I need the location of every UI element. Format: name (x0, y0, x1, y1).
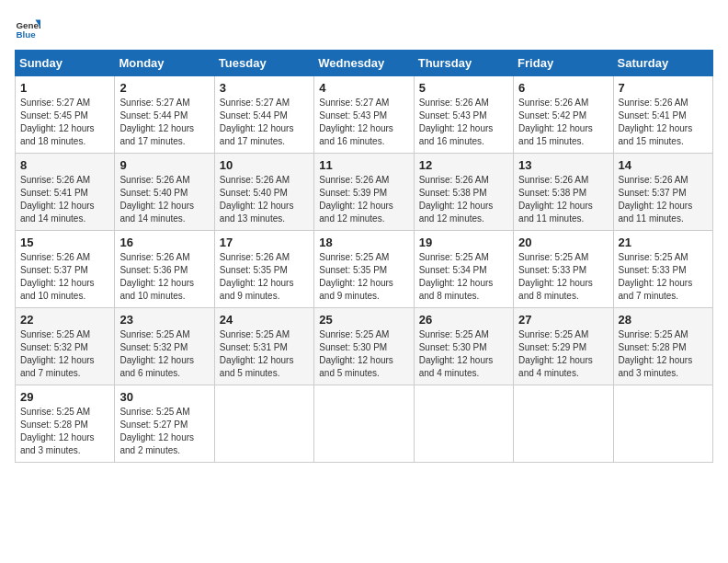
calendar-header-row: SundayMondayTuesdayWednesdayThursdayFrid… (16, 51, 713, 76)
header-wednesday: Wednesday (314, 51, 414, 76)
calendar-week-4: 22 Sunrise: 5:25 AMSunset: 5:32 PMDaylig… (16, 308, 713, 385)
calendar-day-2: 2 Sunrise: 5:27 AMSunset: 5:44 PMDayligh… (115, 76, 214, 154)
day-number: 20 (518, 236, 608, 249)
calendar-day-22: 22 Sunrise: 5:25 AMSunset: 5:32 PMDaylig… (16, 308, 115, 385)
day-number: 12 (419, 158, 508, 172)
day-number: 6 (518, 81, 608, 95)
day-number: 7 (619, 81, 708, 95)
logo: General Blue (15, 15, 45, 40)
calendar-day-17: 17 Sunrise: 5:26 AMSunset: 5:35 PMDaylig… (214, 231, 313, 308)
calendar-table: SundayMondayTuesdayWednesdayThursdayFrid… (15, 50, 713, 463)
calendar-day-14: 14 Sunrise: 5:26 AMSunset: 5:37 PMDaylig… (613, 154, 712, 231)
calendar-day-19: 19 Sunrise: 5:25 AMSunset: 5:34 PMDaylig… (414, 231, 513, 308)
day-info: Sunrise: 5:26 AMSunset: 5:35 PMDaylight:… (220, 252, 294, 301)
calendar-day-25: 25 Sunrise: 5:25 AMSunset: 5:30 PMDaylig… (314, 308, 414, 385)
day-info: Sunrise: 5:26 AMSunset: 5:40 PMDaylight:… (119, 175, 194, 224)
day-number: 8 (20, 158, 109, 172)
calendar-day-21: 21 Sunrise: 5:25 AMSunset: 5:33 PMDaylig… (613, 231, 712, 308)
day-info: Sunrise: 5:26 AMSunset: 5:43 PMDaylight:… (419, 98, 494, 146)
calendar-day-7: 7 Sunrise: 5:26 AMSunset: 5:41 PMDayligh… (613, 76, 712, 154)
day-number: 22 (20, 313, 109, 327)
calendar-day-23: 23 Sunrise: 5:25 AMSunset: 5:32 PMDaylig… (115, 308, 214, 385)
calendar-day-20: 20 Sunrise: 5:25 AMSunset: 5:33 PMDaylig… (514, 231, 613, 308)
day-number: 3 (220, 81, 309, 95)
calendar-day-4: 4 Sunrise: 5:27 AMSunset: 5:43 PMDayligh… (314, 76, 414, 154)
calendar-day-9: 9 Sunrise: 5:26 AMSunset: 5:40 PMDayligh… (115, 154, 214, 231)
calendar-day-1: 1 Sunrise: 5:27 AMSunset: 5:45 PMDayligh… (16, 76, 115, 154)
day-number: 30 (119, 390, 209, 404)
day-number: 14 (619, 158, 708, 172)
calendar-day-18: 18 Sunrise: 5:25 AMSunset: 5:35 PMDaylig… (314, 231, 414, 308)
header-monday: Monday (115, 51, 214, 76)
calendar-week-5: 29 Sunrise: 5:25 AMSunset: 5:28 PMDaylig… (16, 385, 713, 463)
calendar-week-2: 8 Sunrise: 5:26 AMSunset: 5:41 PMDayligh… (16, 154, 713, 231)
empty-cell (314, 385, 414, 463)
calendar-week-1: 1 Sunrise: 5:27 AMSunset: 5:45 PMDayligh… (16, 76, 713, 154)
day-info: Sunrise: 5:25 AMSunset: 5:28 PMDaylight:… (20, 407, 95, 455)
day-info: Sunrise: 5:26 AMSunset: 5:37 PMDaylight:… (20, 252, 95, 301)
day-number: 2 (119, 81, 209, 95)
day-number: 18 (319, 236, 408, 249)
calendar-day-13: 13 Sunrise: 5:26 AMSunset: 5:38 PMDaylig… (514, 154, 613, 231)
header-saturday: Saturday (613, 51, 712, 76)
calendar-day-27: 27 Sunrise: 5:25 AMSunset: 5:29 PMDaylig… (514, 308, 613, 385)
calendar-day-6: 6 Sunrise: 5:26 AMSunset: 5:42 PMDayligh… (514, 76, 613, 154)
day-info: Sunrise: 5:25 AMSunset: 5:29 PMDaylight:… (518, 329, 593, 378)
calendar-day-5: 5 Sunrise: 5:26 AMSunset: 5:43 PMDayligh… (414, 76, 513, 154)
day-number: 5 (419, 81, 508, 95)
day-info: Sunrise: 5:25 AMSunset: 5:35 PMDaylight:… (319, 252, 393, 301)
day-number: 16 (119, 236, 209, 249)
day-info: Sunrise: 5:26 AMSunset: 5:40 PMDaylight:… (220, 175, 294, 224)
day-number: 26 (419, 313, 508, 327)
calendar-day-30: 30 Sunrise: 5:25 AMSunset: 5:27 PMDaylig… (115, 385, 214, 463)
day-info: Sunrise: 5:25 AMSunset: 5:31 PMDaylight:… (220, 329, 294, 378)
calendar-day-3: 3 Sunrise: 5:27 AMSunset: 5:44 PMDayligh… (214, 76, 313, 154)
day-info: Sunrise: 5:26 AMSunset: 5:36 PMDaylight:… (119, 252, 194, 301)
header-tuesday: Tuesday (214, 51, 313, 76)
day-info: Sunrise: 5:26 AMSunset: 5:39 PMDaylight:… (319, 175, 393, 224)
day-info: Sunrise: 5:26 AMSunset: 5:42 PMDaylight:… (518, 98, 593, 146)
calendar-day-26: 26 Sunrise: 5:25 AMSunset: 5:30 PMDaylig… (414, 308, 513, 385)
day-info: Sunrise: 5:25 AMSunset: 5:28 PMDaylight:… (619, 329, 693, 378)
empty-cell (613, 385, 712, 463)
day-info: Sunrise: 5:25 AMSunset: 5:34 PMDaylight:… (419, 252, 494, 301)
day-number: 9 (119, 158, 209, 172)
day-info: Sunrise: 5:25 AMSunset: 5:33 PMDaylight:… (518, 252, 593, 301)
calendar-day-28: 28 Sunrise: 5:25 AMSunset: 5:28 PMDaylig… (613, 308, 712, 385)
day-info: Sunrise: 5:26 AMSunset: 5:41 PMDaylight:… (619, 98, 693, 146)
day-info: Sunrise: 5:26 AMSunset: 5:41 PMDaylight:… (20, 175, 95, 224)
day-number: 10 (220, 158, 309, 172)
day-info: Sunrise: 5:26 AMSunset: 5:37 PMDaylight:… (619, 175, 693, 224)
day-info: Sunrise: 5:25 AMSunset: 5:33 PMDaylight:… (619, 252, 693, 301)
day-number: 13 (518, 158, 608, 172)
calendar-day-16: 16 Sunrise: 5:26 AMSunset: 5:36 PMDaylig… (115, 231, 214, 308)
day-number: 28 (619, 313, 708, 327)
header-thursday: Thursday (414, 51, 513, 76)
day-number: 24 (220, 313, 309, 327)
calendar-day-11: 11 Sunrise: 5:26 AMSunset: 5:39 PMDaylig… (314, 154, 414, 231)
day-number: 17 (220, 236, 309, 249)
calendar-week-3: 15 Sunrise: 5:26 AMSunset: 5:37 PMDaylig… (16, 231, 713, 308)
page-header: General Blue (15, 15, 713, 40)
day-info: Sunrise: 5:25 AMSunset: 5:32 PMDaylight:… (20, 329, 95, 378)
day-number: 21 (619, 236, 708, 249)
calendar-day-10: 10 Sunrise: 5:26 AMSunset: 5:40 PMDaylig… (214, 154, 313, 231)
day-info: Sunrise: 5:27 AMSunset: 5:44 PMDaylight:… (119, 98, 194, 146)
day-number: 15 (20, 236, 109, 249)
empty-cell (514, 385, 613, 463)
day-info: Sunrise: 5:26 AMSunset: 5:38 PMDaylight:… (419, 175, 494, 224)
calendar-day-29: 29 Sunrise: 5:25 AMSunset: 5:28 PMDaylig… (16, 385, 115, 463)
calendar-day-15: 15 Sunrise: 5:26 AMSunset: 5:37 PMDaylig… (16, 231, 115, 308)
day-info: Sunrise: 5:25 AMSunset: 5:30 PMDaylight:… (319, 329, 393, 378)
empty-cell (414, 385, 513, 463)
day-info: Sunrise: 5:26 AMSunset: 5:38 PMDaylight:… (518, 175, 593, 224)
day-number: 1 (20, 81, 109, 95)
day-number: 19 (419, 236, 508, 249)
day-info: Sunrise: 5:25 AMSunset: 5:32 PMDaylight:… (119, 329, 194, 378)
day-info: Sunrise: 5:25 AMSunset: 5:30 PMDaylight:… (419, 329, 494, 378)
calendar-day-12: 12 Sunrise: 5:26 AMSunset: 5:38 PMDaylig… (414, 154, 513, 231)
header-friday: Friday (514, 51, 613, 76)
day-number: 27 (518, 313, 608, 327)
day-info: Sunrise: 5:27 AMSunset: 5:45 PMDaylight:… (20, 98, 95, 146)
day-number: 23 (119, 313, 209, 327)
